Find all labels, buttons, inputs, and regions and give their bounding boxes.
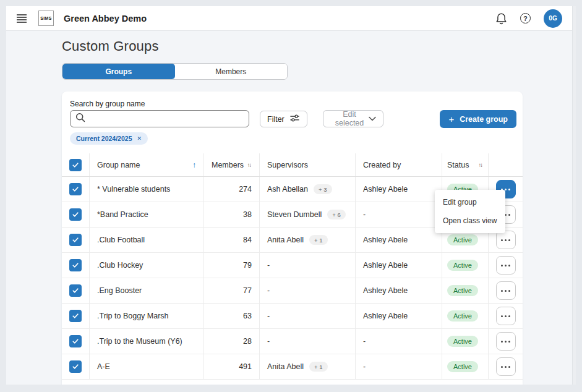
column-header-status: Status — [447, 161, 469, 169]
created-by-cell: - — [356, 202, 442, 227]
create-group-label: Create group — [460, 115, 508, 124]
column-header-created-by: Created by — [356, 153, 442, 176]
table-row: .Eng Booster 77 - Ashley Abele Active — [62, 278, 523, 304]
plus-icon: + — [448, 114, 454, 124]
sims-logo-text: SIMS — [40, 16, 51, 20]
table-row: .Club Hockey 79 - Ashley Abele Active — [62, 253, 523, 278]
members-count-cell: 77 — [204, 278, 260, 303]
more-options-button[interactable] — [496, 231, 516, 249]
column-header-members: Members — [212, 161, 244, 169]
row-checkbox[interactable] — [69, 310, 82, 322]
supervisor-name: - — [267, 286, 270, 295]
column-header-supervisors: Supervisors — [260, 153, 356, 176]
row-checkbox[interactable] — [69, 335, 82, 347]
members-count-cell: 491 — [204, 354, 260, 379]
status-badge: Active — [447, 285, 478, 296]
groups-card: Search by group name Filter Edit selecte… — [62, 92, 523, 385]
sims-logo: SIMS — [38, 11, 54, 26]
group-name-cell: .Eng Booster — [90, 278, 204, 303]
supervisor-name: - — [267, 312, 270, 320]
row-checkbox[interactable] — [69, 183, 82, 195]
app-window: SIMS Green Abbey Demo ? 0G Custom Groups… — [6, 6, 576, 385]
filter-chip-current-year[interactable]: Current 2024/2025 ✕ — [70, 132, 148, 145]
chip-close-icon[interactable]: ✕ — [137, 136, 142, 142]
row-checkbox[interactable] — [69, 259, 82, 271]
sort-icon[interactable]: ↑↓ — [247, 161, 252, 168]
members-count-cell: 79 — [204, 253, 260, 278]
menu-item-open-class-view[interactable]: Open class view — [435, 211, 505, 230]
row-checkbox[interactable] — [69, 234, 82, 246]
row-checkbox[interactable] — [69, 360, 82, 373]
view-toggle: Groups Members — [62, 63, 288, 80]
created-by-cell: - — [356, 354, 442, 379]
table-row: .Trip to Boggy Marsh 63 - Ashley Abele A… — [62, 304, 523, 329]
create-group-button[interactable]: + Create group — [440, 110, 516, 128]
page-title: Custom Groups — [62, 38, 159, 54]
status-badge: Active — [447, 234, 478, 245]
supervisor-name: - — [267, 337, 270, 346]
row-checkbox[interactable] — [69, 208, 82, 221]
group-name-cell: .Trip to Boggy Marsh — [90, 304, 204, 328]
help-icon[interactable]: ? — [520, 13, 531, 23]
group-name-cell: * Vulnerable students — [90, 177, 204, 202]
filter-button[interactable]: Filter — [260, 111, 307, 127]
search-icon — [75, 113, 85, 125]
hamburger-menu-icon[interactable] — [16, 13, 27, 24]
menu-item-edit-group[interactable]: Edit group — [435, 193, 505, 211]
more-options-button[interactable] — [496, 332, 516, 351]
supervisor-name: Anita Abell — [267, 236, 304, 244]
edit-selected-button[interactable]: Edit selected — [323, 110, 383, 127]
status-badge: Active — [447, 361, 478, 372]
sort-icon[interactable]: ↑↓ — [479, 161, 484, 168]
status-badge: Active — [447, 260, 478, 271]
group-name-cell: .Club Hockey — [90, 253, 204, 278]
supervisor-name: Ash Abellan — [267, 185, 308, 194]
search-input[interactable] — [89, 114, 244, 123]
table-header-row: Group name ↑ Members ↑↓ Supervisors Crea… — [62, 153, 523, 177]
created-by-cell: Ashley Abele — [356, 304, 442, 328]
filter-chip-label: Current 2024/2025 — [76, 135, 132, 142]
supervisor-extra-count: + 6 — [327, 210, 345, 219]
members-count-cell: 38 — [204, 202, 260, 227]
row-checkbox[interactable] — [69, 284, 82, 297]
search-box — [70, 110, 249, 127]
supervisor-name: Anita Abell — [267, 362, 304, 371]
groups-table: Group name ↑ Members ↑↓ Supervisors Crea… — [62, 153, 523, 380]
filter-button-label: Filter — [267, 115, 285, 124]
status-badge: Active — [447, 336, 478, 347]
members-count-cell: 28 — [204, 329, 260, 354]
chevron-down-icon — [369, 114, 376, 123]
members-count-cell: 63 — [204, 304, 260, 328]
edit-selected-label: Edit selected — [330, 110, 369, 127]
status-badge: Active — [447, 310, 478, 322]
notifications-bell-icon[interactable] — [495, 12, 507, 25]
row-context-menu: Edit group Open class view — [435, 190, 505, 233]
user-avatar[interactable]: 0G — [544, 9, 562, 28]
members-count-cell: 274 — [204, 177, 260, 202]
supervisor-extra-count: + 1 — [309, 362, 327, 372]
created-by-cell: Ashley Abele — [356, 228, 442, 252]
vertical-scrollbar[interactable] — [572, 6, 576, 385]
created-by-cell: Ashley Abele — [356, 177, 442, 202]
more-options-button[interactable] — [496, 256, 516, 275]
app-bar-actions: ? 0G — [495, 9, 565, 28]
created-by-cell: Ashley Abele — [356, 278, 442, 303]
more-options-button[interactable] — [496, 307, 516, 325]
group-name-cell: A-E — [90, 354, 204, 379]
column-header-group-name: Group name — [97, 161, 140, 169]
sort-ascending-icon[interactable]: ↑ — [192, 161, 196, 169]
tab-groups[interactable]: Groups — [62, 64, 175, 79]
filter-sliders-icon — [289, 114, 300, 124]
created-by-cell: - — [356, 329, 442, 354]
more-options-button[interactable] — [496, 281, 516, 300]
supervisor-name: - — [267, 261, 270, 270]
select-all-checkbox[interactable] — [69, 159, 82, 171]
group-name-cell: *Band Practice — [90, 202, 204, 227]
members-count-cell: 84 — [204, 228, 260, 252]
created-by-cell: Ashley Abele — [356, 253, 442, 278]
app-title: Green Abbey Demo — [64, 14, 147, 23]
tab-members[interactable]: Members — [175, 64, 288, 79]
supervisor-extra-count: + 1 — [309, 235, 327, 245]
table-row: .Trip to the Museum (Y6) 28 - - Active — [62, 329, 523, 354]
more-options-button[interactable] — [496, 357, 516, 376]
